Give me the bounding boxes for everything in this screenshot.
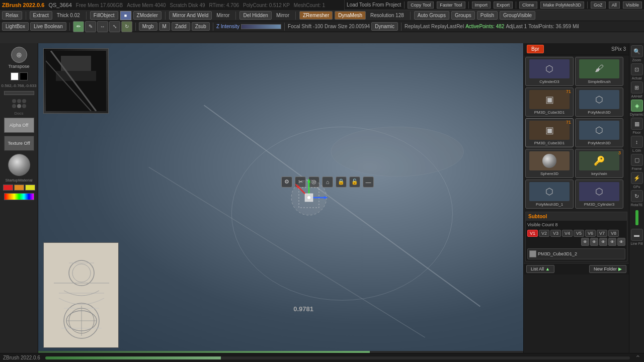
- black-color[interactable]: [20, 72, 28, 80]
- auto-groups-button[interactable]: Auto Groups: [414, 11, 449, 20]
- eye-icon-4[interactable]: 👁: [608, 238, 616, 246]
- orange-swatch[interactable]: [14, 185, 24, 191]
- status-arrow: ⌃: [635, 354, 641, 362]
- dynamic-icon-btn[interactable]: ◈: [631, 100, 643, 112]
- mesh-entry[interactable]: PM3D_Cube3D1_2: [527, 248, 625, 259]
- actual-icon-btn[interactable]: ⊡: [631, 63, 643, 75]
- texture-swatch[interactable]: Texture Off: [4, 136, 34, 151]
- del-hidden-button[interactable]: Del Hidden: [239, 11, 271, 20]
- canvas-area[interactable]: ⚙ ✂ ◎ ⌂ 🔒 🔓 — 0.9781: [38, 43, 591, 353]
- zadd-button[interactable]: Zadd: [172, 22, 190, 31]
- all-button[interactable]: All: [609, 2, 620, 9]
- lgth-icon-btn[interactable]: ↕: [631, 136, 643, 148]
- scale-button[interactable]: ⤡: [109, 21, 120, 32]
- v2-tab[interactable]: V2: [539, 230, 549, 237]
- linefill-icon-btn[interactable]: ▬: [631, 229, 643, 241]
- live-boolean-button[interactable]: Live Boolean: [30, 22, 66, 31]
- texture-label: Texture Off: [8, 141, 30, 146]
- mrgb-button[interactable]: Mrgb: [139, 22, 157, 31]
- lock-float-icon[interactable]: 🔒: [336, 176, 347, 188]
- polymesh3d-1-tool[interactable]: ⬡ PolyMesh3D_1: [525, 179, 574, 209]
- rotate-button[interactable]: ↻: [121, 21, 132, 32]
- edit-button[interactable]: ✏: [73, 21, 84, 32]
- mirror-weld-button[interactable]: Mirror And Weld: [169, 11, 212, 20]
- polymesh3d2-tool[interactable]: ⬡ PolyMesh3D: [575, 118, 623, 147]
- v5-tab[interactable]: V5: [574, 230, 584, 237]
- transpose-label: Transpose: [8, 64, 29, 69]
- alpha-swatch[interactable]: Alpha Off: [4, 118, 34, 133]
- sphere3d-tool[interactable]: Sphere3D: [525, 149, 574, 178]
- goz-button[interactable]: GoZ: [591, 2, 606, 9]
- v8-tab[interactable]: V8: [608, 230, 619, 237]
- copy-tool-button[interactable]: Copy Tool: [408, 2, 434, 9]
- dynamic-button[interactable]: Dynamic: [371, 22, 398, 31]
- yellow-swatch[interactable]: [25, 185, 35, 191]
- polish-button[interactable]: Polish: [477, 11, 498, 20]
- white-color[interactable]: [11, 72, 19, 80]
- material-swatch[interactable]: [8, 154, 30, 176]
- pm3d-cube2-tool[interactable]: 71 ▣ PM3D_Cube3D1: [525, 118, 574, 147]
- keychain-tool[interactable]: 3 🔑 keychain: [575, 149, 623, 178]
- svg-rect-5: [61, 56, 91, 71]
- v7-tab[interactable]: V7: [597, 230, 607, 237]
- transform-gizmo[interactable]: [284, 172, 334, 224]
- fill-object-button[interactable]: FillObject: [90, 11, 118, 20]
- zmodeler-button[interactable]: ZModeler: [133, 11, 162, 20]
- polymesh3d-tool[interactable]: ⬡ PolyMesh3D: [575, 87, 623, 117]
- eye-icon-1[interactable]: 👁: [581, 238, 589, 246]
- group-visible-button[interactable]: GroupVisible: [500, 11, 535, 20]
- list-all-button[interactable]: List All ▲: [526, 265, 554, 273]
- v6-tab[interactable]: V6: [585, 230, 596, 237]
- faster-tool-button[interactable]: Faster Tool: [437, 2, 465, 9]
- zsub-button[interactable]: Zsub: [192, 22, 210, 31]
- gpu-icon-btn[interactable]: ⚡: [631, 172, 643, 184]
- aahalf-icon-btn[interactable]: ⊞: [631, 81, 643, 94]
- import-button[interactable]: Import: [472, 2, 491, 9]
- subtool-visible-count: Visible Count 8: [526, 221, 627, 229]
- clone-button[interactable]: Clone: [519, 2, 537, 9]
- v1-tab[interactable]: V1: [527, 230, 538, 237]
- pm3d-cube2-label: PM3D_Cube3D1: [534, 141, 565, 145]
- v3-tab[interactable]: V3: [550, 230, 561, 237]
- bpr-button[interactable]: Bpr: [527, 45, 544, 53]
- m-button[interactable]: M: [159, 22, 170, 31]
- new-folder-button[interactable]: New Folder ▶: [589, 265, 626, 273]
- make-polymesh3d-button[interactable]: Make PolyMesh3D: [540, 2, 585, 9]
- aahalf-label: AAHalf: [631, 95, 642, 98]
- frame-icon-btn[interactable]: ▢: [631, 154, 643, 166]
- pm3d-cube1-tool[interactable]: 71 ▣ PM3D_Cube3D1: [525, 87, 574, 117]
- pm3d-cylinder-tool[interactable]: ⬡ PM3D_Cylinder3: [575, 179, 623, 209]
- pm3d-cube2-badge: 71: [566, 120, 571, 125]
- red-swatch[interactable]: [3, 185, 13, 191]
- v4-tab[interactable]: V4: [562, 230, 573, 237]
- bottom-tool-buttons: List All ▲ New Folder ▶: [524, 263, 629, 275]
- groups-button[interactable]: Groups: [451, 11, 475, 20]
- transpose-icon: ⊕: [11, 47, 27, 63]
- lightbox-button[interactable]: LightBox: [2, 22, 29, 31]
- cylinderd3-tool[interactable]: ⬡ CylinderD3: [525, 57, 574, 86]
- eye-icon-2[interactable]: 👁: [590, 238, 598, 246]
- zremesher-button[interactable]: ZRemesher: [299, 11, 333, 20]
- relax-button[interactable]: Relax: [2, 11, 22, 20]
- dash-float-icon[interactable]: —: [363, 176, 374, 188]
- extract-button[interactable]: Extract: [30, 11, 52, 20]
- zoom-icon-btn[interactable]: 🔍: [631, 45, 643, 57]
- draw-size-slider[interactable]: [4, 91, 34, 95]
- zoom-label: Zoom: [632, 58, 641, 62]
- simplebrush-tool[interactable]: 🖌 SimpleBrush: [575, 57, 623, 86]
- mesh-count: MeshCount: 1: [294, 3, 325, 8]
- export-button[interactable]: Export: [494, 2, 513, 9]
- visible-button[interactable]: Visible: [623, 2, 642, 9]
- transpose-tool[interactable]: ⊕ Transpose: [2, 45, 36, 70]
- draw-button[interactable]: ✎: [85, 21, 96, 32]
- move-button[interactable]: ↔: [97, 21, 108, 32]
- dynamesh-button[interactable]: DynaMesh: [335, 11, 366, 20]
- eye-icons-row: 👁 👁 👁 👁 👁: [581, 238, 625, 246]
- rotate-icon-btn[interactable]: ↻: [631, 190, 643, 202]
- eye-icon-5[interactable]: 👁: [617, 238, 625, 246]
- color-gradient[interactable]: [4, 193, 34, 200]
- z-intensity-bar[interactable]: [241, 24, 281, 29]
- unlock-float-icon[interactable]: 🔓: [349, 176, 360, 188]
- eye-icon-3[interactable]: 👁: [599, 238, 607, 246]
- floor-icon-btn[interactable]: ▦: [631, 118, 643, 130]
